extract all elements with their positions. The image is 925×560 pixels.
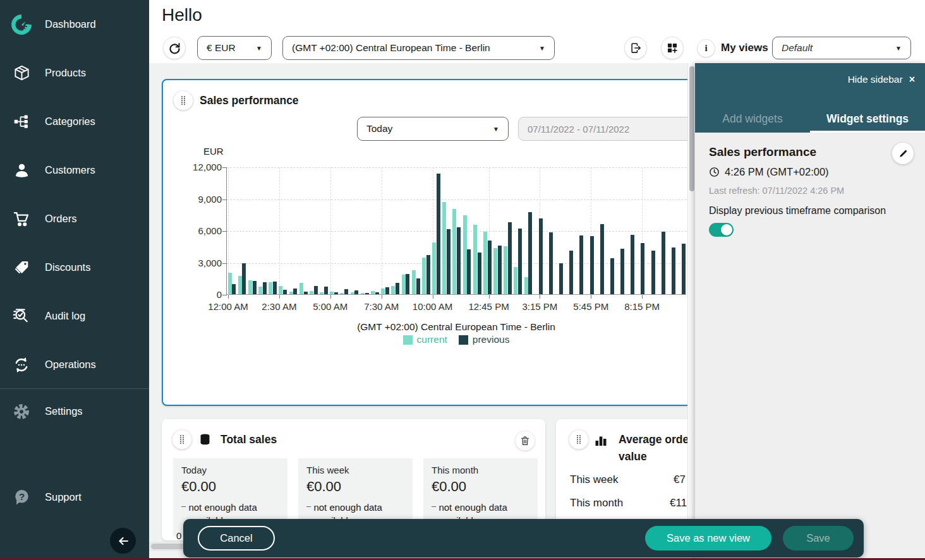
x-axis-tick-label: 12:00 AM — [208, 301, 248, 312]
legend-item-previous: previous — [459, 334, 510, 345]
x-axis-tick-label: 2:30 AM — [262, 301, 296, 312]
categories-tree-icon — [10, 113, 33, 130]
currency-select[interactable]: € EUR ▼ — [197, 36, 272, 60]
x-axis-tick-label: 12:45 PM — [468, 301, 509, 312]
current-bar — [310, 291, 313, 294]
tab-widget-settings[interactable]: Widget settings — [810, 105, 925, 133]
vertical-scrollbar[interactable] — [687, 63, 695, 560]
sidebar-item-categories[interactable]: Categories — [0, 97, 149, 146]
previous-bar — [559, 263, 563, 294]
previous-bar — [498, 246, 502, 294]
current-bar — [524, 277, 528, 294]
page-title: Hello — [162, 5, 202, 25]
comparison-toggle[interactable] — [709, 223, 734, 237]
y-axis-tick-label: 9,000 — [184, 194, 222, 205]
sidebar-item-settings[interactable]: Settings — [0, 387, 149, 436]
dashboard-main: Sales performance Today ▼ 07/11/2022 - 0… — [149, 63, 687, 560]
hide-sidebar-button[interactable]: Hide sidebar × — [848, 74, 915, 85]
widget-settings-sidebar: Hide sidebar × Add widgets Widget settin… — [695, 63, 925, 560]
current-bar — [238, 276, 242, 294]
x-axis-tick-label: 5:45 PM — [573, 301, 608, 312]
tab-add-widgets[interactable]: Add widgets — [695, 105, 810, 133]
drag-dots-icon — [179, 95, 188, 105]
app-window: Dashboard Products Categories Customers … — [0, 0, 925, 560]
date-range-input[interactable]: 07/11/2022 - 07/11/2022 — [518, 117, 687, 141]
current-bar — [432, 242, 436, 294]
previous-bar — [508, 222, 512, 294]
export-button[interactable] — [624, 37, 647, 59]
current-bar — [371, 291, 375, 294]
sidebar-item-operations[interactable]: Operations — [0, 340, 149, 389]
info-icon[interactable]: i — [697, 39, 715, 57]
previous-bar — [518, 229, 522, 294]
save-as-new-view-button[interactable]: Save as new view — [645, 526, 771, 551]
previous-bar — [406, 274, 409, 294]
previous-bar — [242, 263, 246, 294]
sales-performance-widget[interactable]: Sales performance Today ▼ 07/11/2022 - 0… — [162, 79, 687, 406]
previous-bar — [283, 290, 287, 294]
sidebar-item-audit-log[interactable]: Audit log — [0, 292, 149, 340]
settings-gear-icon — [10, 402, 33, 421]
sidebar-item-dashboard[interactable]: Dashboard — [0, 0, 149, 49]
current-bar — [269, 282, 272, 294]
kpi-value: €0.00 — [432, 479, 529, 495]
bar-chart-icon — [593, 432, 608, 450]
legend-label: current — [417, 334, 447, 345]
current-bar — [452, 209, 456, 294]
edit-widget-button[interactable] — [892, 143, 914, 164]
previous-bar — [610, 258, 614, 294]
previous-bar — [528, 212, 532, 294]
sidebar-item-orders[interactable]: Orders — [0, 194, 149, 243]
view-select[interactable]: Default ▼ — [772, 37, 911, 59]
previous-bar — [620, 249, 624, 294]
previous-bar — [488, 241, 492, 294]
previous-bar — [467, 249, 471, 294]
sidebar-item-label: Discounts — [45, 261, 90, 273]
sidebar-item-customers[interactable]: Customers — [0, 146, 149, 194]
sidebar-header: Hide sidebar × Add widgets Widget settin… — [695, 63, 925, 133]
y-axis-tick-label: 0 — [184, 289, 222, 300]
timezone-select[interactable]: (GMT +02:00) Central European Time - Ber… — [282, 36, 555, 60]
save-button[interactable]: Save — [783, 526, 854, 551]
previous-bar — [324, 287, 328, 294]
current-bar — [442, 202, 446, 294]
previous-bar — [590, 236, 594, 294]
drag-dots-icon — [178, 434, 186, 444]
sidebar-item-support[interactable]: ? Support — [0, 473, 149, 521]
svg-text:?: ? — [18, 491, 24, 502]
previous-bar — [579, 235, 583, 294]
previous-bar — [416, 278, 420, 294]
x-axis-tick-label: 5:00 AM — [313, 301, 348, 312]
drag-handle[interactable] — [173, 90, 193, 110]
x-axis-tick-label: 8:15 PM — [624, 301, 660, 312]
kpi-value: €7 — [674, 474, 686, 486]
sidebar-item-discounts[interactable]: Discounts — [0, 243, 149, 292]
collapse-sidebar-button[interactable] — [110, 528, 136, 554]
current-bar — [402, 275, 406, 294]
drag-handle[interactable] — [569, 429, 589, 450]
vertical-scrollbar-thumb[interactable] — [689, 66, 694, 191]
refresh-button[interactable] — [163, 37, 186, 59]
previous-bar — [354, 290, 358, 294]
current-bar — [351, 292, 354, 294]
widget-time-row: 4:26 PM (GMT+02:00) — [709, 166, 829, 178]
current-bar — [289, 292, 293, 294]
kpi-value: €0.00 — [181, 479, 279, 495]
add-widget-button[interactable] — [661, 37, 684, 59]
cancel-button[interactable]: Cancel — [198, 526, 275, 551]
current-bar — [514, 267, 517, 294]
kpi-value: €11 — [670, 497, 687, 509]
chart-legend: current previous — [226, 334, 686, 345]
drag-handle[interactable] — [172, 429, 192, 450]
previous-bar — [344, 289, 348, 294]
legend-item-current: current — [403, 334, 447, 345]
timeframe-select[interactable]: Today ▼ — [357, 117, 509, 141]
previous-bar — [293, 289, 297, 294]
refresh-icon — [168, 42, 181, 55]
chevron-down-icon: ▼ — [895, 45, 902, 52]
previous-bar — [539, 218, 543, 294]
view-select-value: Default — [782, 42, 813, 54]
delete-widget-button[interactable] — [515, 431, 535, 451]
sidebar-tabs: Add widgets Widget settings — [695, 105, 925, 133]
sidebar-item-products[interactable]: Products — [0, 49, 149, 97]
